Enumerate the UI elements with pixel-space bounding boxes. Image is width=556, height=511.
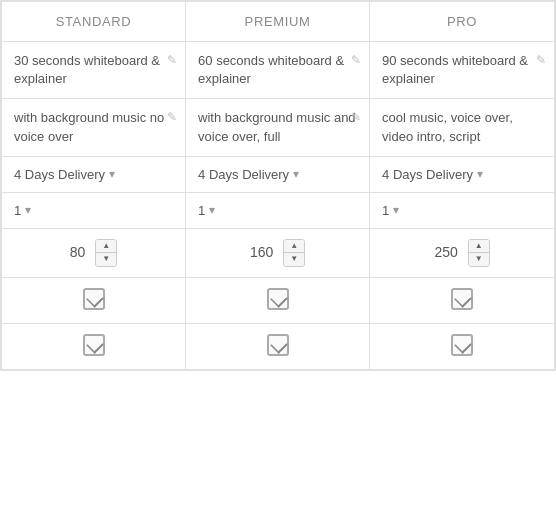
delivery-premium-dropdown-icon[interactable]: ▾	[293, 167, 299, 181]
price-pro-value: 250	[434, 243, 457, 259]
check1-pro-cell	[370, 277, 555, 323]
price-pro-down[interactable]: ▼	[469, 253, 489, 266]
price-premium-cell: 160 ▲ ▼	[186, 228, 370, 277]
description-premium-text: 60 seconds whiteboard & explainer	[198, 53, 344, 86]
price-standard-cell: 80 ▲ ▼	[2, 228, 186, 277]
delivery-standard-wrapper[interactable]: 4 Days Delivery ▾	[14, 167, 173, 182]
check1-standard[interactable]	[83, 288, 105, 310]
feature-pro-cell: cool music, voice over, video intro, scr…	[370, 99, 555, 156]
delivery-standard-dropdown-icon[interactable]: ▾	[109, 167, 115, 181]
quantity-premium-dropdown-icon[interactable]: ▾	[209, 203, 215, 217]
pricing-table: STANDARD PREMIUM PRO 30 seconds whiteboa…	[0, 0, 556, 371]
quantity-pro-text: 1	[382, 203, 389, 218]
check2-standard-cell	[2, 323, 186, 369]
price-premium-spinner[interactable]: ▲ ▼	[283, 239, 305, 267]
description-pro-text: 90 seconds whiteboard & explainer	[382, 53, 528, 86]
header-pro: PRO	[370, 2, 555, 42]
quantity-premium-text: 1	[198, 203, 205, 218]
check2-pro-cell	[370, 323, 555, 369]
price-premium-down[interactable]: ▼	[284, 253, 304, 266]
check2-premium-cell	[186, 323, 370, 369]
header-pro-label: PRO	[447, 14, 477, 29]
check1-premium-cell	[186, 277, 370, 323]
check1-premium[interactable]	[267, 288, 289, 310]
check2-premium[interactable]	[267, 334, 289, 356]
quantity-premium-wrapper[interactable]: 1 ▾	[198, 203, 357, 218]
edit-standard-icon[interactable]: ✎	[167, 52, 177, 69]
edit-feature-premium-icon[interactable]: ✎	[351, 109, 361, 126]
price-pro-cell: 250 ▲ ▼	[370, 228, 555, 277]
description-row: 30 seconds whiteboard & explainer ✎ 60 s…	[2, 42, 555, 99]
feature-premium-cell: with background music and voice over, fu…	[186, 99, 370, 156]
delivery-standard-cell: 4 Days Delivery ▾	[2, 156, 186, 192]
feature-standard-cell: with background music no voice over ✎	[2, 99, 186, 156]
delivery-premium-wrapper[interactable]: 4 Days Delivery ▾	[198, 167, 357, 182]
description-premium-cell: 60 seconds whiteboard & explainer ✎	[186, 42, 370, 99]
header-premium: PREMIUM	[186, 2, 370, 42]
check1-pro[interactable]	[451, 288, 473, 310]
delivery-pro-dropdown-icon[interactable]: ▾	[477, 167, 483, 181]
delivery-pro-wrapper[interactable]: 4 Days Delivery ▾	[382, 167, 542, 182]
description-standard-cell: 30 seconds whiteboard & explainer ✎	[2, 42, 186, 99]
description-pro-cell: 90 seconds whiteboard & explainer ✎	[370, 42, 555, 99]
header-standard-label: STANDARD	[56, 14, 132, 29]
description-standard-text: 30 seconds whiteboard & explainer	[14, 53, 160, 86]
feature-row: with background music no voice over ✎ wi…	[2, 99, 555, 156]
quantity-standard-cell: 1 ▾	[2, 192, 186, 228]
quantity-row: 1 ▾ 1 ▾ 1 ▾	[2, 192, 555, 228]
check2-standard[interactable]	[83, 334, 105, 356]
price-premium-up[interactable]: ▲	[284, 240, 304, 253]
feature-premium-text: with background music and voice over, fu…	[198, 110, 356, 143]
feature-pro-text: cool music, voice over, video intro, scr…	[382, 110, 513, 143]
header-standard: STANDARD	[2, 2, 186, 42]
quantity-standard-wrapper[interactable]: 1 ▾	[14, 203, 173, 218]
header-premium-label: PREMIUM	[245, 14, 311, 29]
price-pro-up[interactable]: ▲	[469, 240, 489, 253]
delivery-pro-text: 4 Days Delivery	[382, 167, 473, 182]
price-row: 80 ▲ ▼ 160 ▲ ▼ 250 ▲	[2, 228, 555, 277]
price-pro-spinner[interactable]: ▲ ▼	[468, 239, 490, 267]
quantity-premium-cell: 1 ▾	[186, 192, 370, 228]
edit-premium-icon[interactable]: ✎	[351, 52, 361, 69]
price-standard-down[interactable]: ▼	[96, 253, 116, 266]
checkbox-row-2	[2, 323, 555, 369]
quantity-pro-wrapper[interactable]: 1 ▾	[382, 203, 542, 218]
checkbox-row-1	[2, 277, 555, 323]
price-standard-up[interactable]: ▲	[96, 240, 116, 253]
check1-standard-cell	[2, 277, 186, 323]
edit-feature-standard-icon[interactable]: ✎	[167, 109, 177, 126]
quantity-standard-dropdown-icon[interactable]: ▾	[25, 203, 31, 217]
price-standard-spinner[interactable]: ▲ ▼	[95, 239, 117, 267]
price-premium-value: 160	[250, 243, 273, 259]
price-standard-value: 80	[70, 243, 86, 259]
delivery-premium-text: 4 Days Delivery	[198, 167, 289, 182]
delivery-standard-text: 4 Days Delivery	[14, 167, 105, 182]
quantity-pro-cell: 1 ▾	[370, 192, 555, 228]
quantity-pro-dropdown-icon[interactable]: ▾	[393, 203, 399, 217]
delivery-premium-cell: 4 Days Delivery ▾	[186, 156, 370, 192]
delivery-row: 4 Days Delivery ▾ 4 Days Delivery ▾ 4 Da…	[2, 156, 555, 192]
edit-pro-icon[interactable]: ✎	[536, 52, 546, 69]
check2-pro[interactable]	[451, 334, 473, 356]
delivery-pro-cell: 4 Days Delivery ▾	[370, 156, 555, 192]
quantity-standard-text: 1	[14, 203, 21, 218]
feature-standard-text: with background music no voice over	[14, 110, 164, 143]
